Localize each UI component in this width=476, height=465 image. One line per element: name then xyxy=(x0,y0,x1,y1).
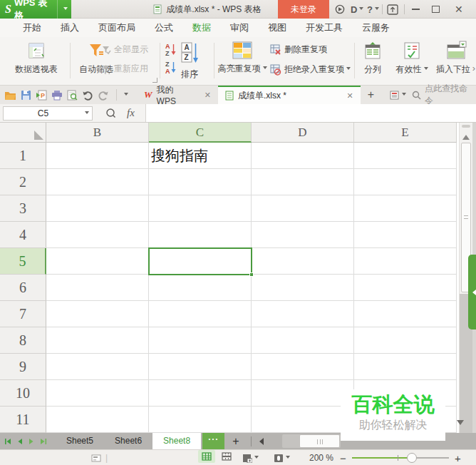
row-header-3[interactable]: 3 xyxy=(0,195,46,222)
sheet-list-button[interactable]: ··· xyxy=(202,433,224,449)
help-icon[interactable]: ? xyxy=(367,0,379,19)
pivot-table-button[interactable]: 数据透视表 xyxy=(7,41,66,76)
eye-protection-button[interactable] xyxy=(274,450,290,465)
row-header-10[interactable]: 10 xyxy=(0,380,46,407)
column-header-D[interactable]: D xyxy=(252,123,354,143)
app-menu-caret-icon[interactable] xyxy=(57,0,71,19)
login-button[interactable]: 未登录 xyxy=(278,0,329,19)
page-break-view-button[interactable] xyxy=(218,450,235,463)
filter-dialog-launcher[interactable] xyxy=(152,78,157,83)
add-sheet-button[interactable]: + xyxy=(224,435,247,448)
row-header-2[interactable]: 2 xyxy=(0,169,46,195)
tab-list-icon[interactable] xyxy=(390,91,400,100)
name-box-caret-icon[interactable] xyxy=(85,111,89,116)
cell-B11[interactable] xyxy=(46,407,149,433)
sort-button[interactable]: AZ xyxy=(181,41,200,66)
docer-circle-icon[interactable] xyxy=(335,0,345,19)
export-pdf-icon[interactable]: P xyxy=(36,90,47,101)
highlight-duplicates-button[interactable]: 高亮重复项 xyxy=(217,41,268,75)
skin-center-icon[interactable]: D xyxy=(351,0,363,19)
cell-E3[interactable] xyxy=(354,195,457,222)
close-tab-icon[interactable]: ✕ xyxy=(347,91,353,101)
zoom-slider[interactable] xyxy=(352,450,449,465)
cell-D8[interactable] xyxy=(252,327,354,354)
cell-D7[interactable] xyxy=(252,301,354,327)
tab-review[interactable]: 审阅 xyxy=(230,21,249,34)
row-header-4[interactable]: 4 xyxy=(0,222,46,248)
tab-view[interactable]: 视图 xyxy=(268,21,286,34)
maximize-button[interactable] xyxy=(432,0,440,19)
cell-B8[interactable] xyxy=(46,327,149,354)
delete-duplicates-button[interactable]: 删除重复项 xyxy=(270,44,327,56)
tab-my-wps[interactable]: W 我的WPS ✕ xyxy=(137,86,218,104)
cell-C5[interactable] xyxy=(149,248,252,275)
cell-B3[interactable] xyxy=(46,195,149,222)
redo-icon[interactable] xyxy=(98,89,109,101)
sheet-tab-sheet5[interactable]: Sheet5 xyxy=(56,433,104,449)
cell-E5[interactable] xyxy=(354,248,457,275)
row-header-7[interactable]: 7 xyxy=(0,301,46,327)
validation-button[interactable]: 有效性 xyxy=(390,41,433,76)
cell-E7[interactable] xyxy=(354,301,457,327)
cell-C9[interactable] xyxy=(149,354,252,380)
save-icon[interactable] xyxy=(21,90,31,101)
column-header-E[interactable]: E xyxy=(354,123,457,143)
cell-B4[interactable] xyxy=(46,222,149,248)
open-folder-icon[interactable] xyxy=(4,90,16,101)
new-tab-button[interactable]: + xyxy=(361,88,381,101)
row-header-1[interactable]: 1 xyxy=(0,143,46,169)
cell-C7[interactable] xyxy=(149,301,252,327)
cell-C10[interactable] xyxy=(149,380,252,407)
cell-E4[interactable] xyxy=(354,222,457,248)
normal-view-button[interactable] xyxy=(198,450,215,463)
app-logo[interactable]: S WPS 表格 xyxy=(0,0,71,19)
scroll-up-icon[interactable] xyxy=(462,131,470,140)
cell-D10[interactable] xyxy=(252,380,354,407)
row-header-5[interactable]: 5 xyxy=(0,248,46,275)
close-tab-icon[interactable]: ✕ xyxy=(205,91,211,100)
row-header-11[interactable]: 11 xyxy=(0,407,46,433)
sort-asc-mini-button[interactable]: AZ xyxy=(165,42,177,56)
zoom-in-button[interactable]: + xyxy=(455,450,461,465)
command-search[interactable]: 点此查找命令 xyxy=(412,83,476,107)
minimize-button[interactable] xyxy=(412,0,420,19)
ribbon-expand-icon[interactable]: › xyxy=(472,63,475,73)
first-sheet-icon[interactable] xyxy=(0,438,14,445)
cell-D2[interactable] xyxy=(252,169,354,195)
fill-handle[interactable] xyxy=(249,272,254,277)
print-icon[interactable] xyxy=(51,90,63,101)
toolbar-options-caret-icon[interactable] xyxy=(124,90,128,100)
cell-C2[interactable] xyxy=(149,169,252,195)
function-search-icon[interactable] xyxy=(105,108,117,119)
zoom-out-button[interactable]: − xyxy=(340,450,346,465)
text-to-columns-button[interactable]: 分列 xyxy=(358,41,387,76)
prev-sheet-icon[interactable] xyxy=(14,438,26,445)
tab-insert[interactable]: 插入 xyxy=(61,21,79,34)
tab-data[interactable]: 数据 xyxy=(192,21,211,34)
tab-cloud[interactable]: 云服务 xyxy=(362,21,390,34)
reapply-button[interactable]: 重新应用 xyxy=(101,63,148,75)
cell-D4[interactable] xyxy=(252,222,354,248)
row-header-9[interactable]: 9 xyxy=(0,354,46,380)
cell-B10[interactable] xyxy=(46,380,149,407)
cell-D6[interactable] xyxy=(252,275,354,301)
undo-icon[interactable] xyxy=(82,89,93,101)
cell-B5[interactable] xyxy=(46,248,149,275)
row-header-8[interactable]: 8 xyxy=(0,327,46,354)
cell-D1[interactable] xyxy=(252,143,354,169)
select-all-corner[interactable] xyxy=(0,123,46,143)
cell-B7[interactable] xyxy=(46,301,149,327)
tab-list-caret-icon[interactable] xyxy=(402,93,406,98)
split-window-caret-icon[interactable] xyxy=(254,456,259,461)
zoom-slider-thumb[interactable] xyxy=(407,453,417,463)
last-sheet-icon[interactable] xyxy=(37,438,50,445)
sort-desc-mini-button[interactable]: ZA xyxy=(165,60,177,74)
share-icon[interactable] xyxy=(387,0,398,19)
show-all-button[interactable]: 全部显示 xyxy=(101,44,148,56)
tab-developer[interactable]: 开发工具 xyxy=(306,21,343,34)
next-sheet-icon[interactable] xyxy=(26,438,37,445)
name-box[interactable]: C5 xyxy=(3,106,93,121)
zoom-level[interactable]: 200 % xyxy=(309,450,333,465)
tab-document[interactable]: 成绩单.xlsx * ✕ xyxy=(218,86,361,104)
cell-E9[interactable] xyxy=(354,354,457,380)
